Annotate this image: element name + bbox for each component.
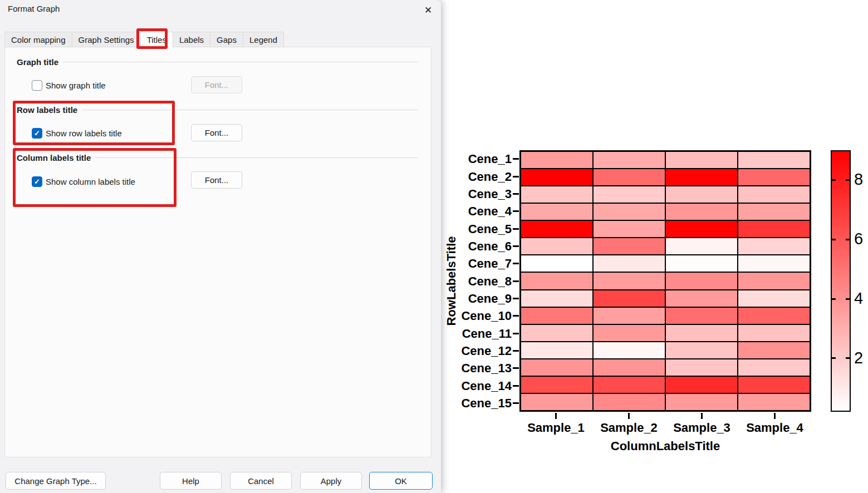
heatmap-cell (665, 186, 738, 203)
graph-title-font-button[interactable]: Font... (191, 76, 242, 93)
heatmap-cell (593, 186, 665, 203)
heatmap-cell (593, 272, 665, 289)
row-tick-mark (513, 402, 519, 404)
heatmap-cell (593, 307, 665, 324)
heatmap-cell (738, 342, 810, 359)
colorbar-tick-label: 6 (854, 230, 868, 248)
row-tick-mark (513, 158, 519, 160)
heatmap-row-label: Cene_13 (423, 359, 512, 377)
colorbar-tick-label: 8 (854, 170, 868, 189)
row-tick-mark (513, 176, 519, 178)
row-tick-mark (513, 228, 519, 230)
heatmap-column-label: Sample_1 (517, 421, 595, 435)
heatmap-cell (738, 238, 810, 255)
column-labels-font-button[interactable]: Font... (191, 171, 242, 189)
heatmap-cell (665, 151, 738, 169)
heatmap-cell (521, 290, 593, 307)
heatmap-cell (665, 393, 738, 411)
tab-gaps[interactable]: Gaps (210, 32, 243, 47)
row-tick-mark (513, 333, 519, 334)
heatmap-row-label: Cene_14 (423, 377, 512, 395)
change-graph-type-button[interactable]: Change Graph Type... (6, 472, 106, 490)
heatmap-column-label: Sample_2 (590, 421, 668, 435)
apply-button[interactable]: Apply (300, 472, 362, 490)
show-column-labels-title-checkbox[interactable]: ✓ (32, 176, 42, 187)
colorbar-tick-right (846, 357, 851, 359)
heatmap-cell (521, 376, 593, 393)
heatmap-row-label: Cene_4 (423, 203, 512, 220)
heatmap-cell (521, 359, 593, 376)
heatmap-cell (738, 186, 810, 203)
heatmap-cell (593, 220, 665, 238)
tab-legend[interactable]: Legend (243, 32, 284, 47)
row-tick-mark (513, 350, 519, 352)
ok-button[interactable]: OK (369, 472, 433, 490)
show-graph-title-checkbox[interactable] (32, 80, 42, 91)
row-tick-mark (513, 280, 519, 282)
heatmap-cell (521, 238, 593, 255)
heatmap-cell (521, 186, 593, 203)
heatmap-cell (593, 151, 665, 169)
heatmap-cell (593, 359, 665, 376)
heatmap-row-label: Cene_5 (423, 220, 512, 238)
heatmap-cell (738, 324, 810, 342)
heatmap-cell (665, 342, 738, 359)
colorbar-tick-right (846, 239, 851, 240)
section-header-column-labels-title: Column labels title (17, 153, 418, 162)
heatmap-cell (738, 220, 810, 238)
heatmap-column-label: Sample_3 (663, 421, 741, 435)
help-button[interactable]: Help (160, 472, 222, 490)
tab-strip: Color mappingGraph SettingsTitlesLabelsG… (4, 32, 284, 47)
heatmap-cell (665, 359, 738, 376)
heatmap-cell (665, 169, 738, 186)
tab-titles[interactable]: Titles (140, 32, 173, 47)
colorbar-tick-label: 2 (854, 349, 868, 367)
row-tick-mark (513, 193, 519, 195)
tab-graph-settings[interactable]: Graph Settings (72, 32, 140, 47)
heatmap-row-label: Cene_12 (423, 342, 512, 359)
heatmap-cell (665, 376, 738, 393)
heatmap-row-label: Cene_11 (423, 325, 512, 342)
column-tick-mark (701, 413, 703, 419)
heatmap-cell (738, 290, 810, 307)
heatmap-row-label: Cene_1 (423, 150, 512, 167)
heatmap-row-label: Cene_8 (423, 273, 512, 290)
row-tick-mark (513, 367, 519, 369)
heatmap-row-label: Cene_9 (423, 290, 512, 307)
heatmap-cell (738, 359, 810, 376)
heatmap-cell (665, 324, 738, 342)
tab-labels[interactable]: Labels (173, 32, 210, 47)
heatmap-cell (521, 255, 593, 272)
colorbar-tick-right (846, 179, 851, 181)
heatmap-cell (593, 376, 665, 393)
heatmap-cell (593, 393, 665, 411)
show-row-labels-title-checkbox[interactable]: ✓ (32, 128, 42, 139)
row-labels-font-button[interactable]: Font... (191, 124, 242, 141)
section-header-row-labels-title: Row labels title (17, 105, 418, 115)
row-tick-mark (513, 298, 519, 299)
heatmap-row-label: Cene_2 (423, 168, 512, 185)
heatmap-cell (593, 238, 665, 255)
heatmap-cell (521, 151, 593, 169)
row-tick-mark (513, 263, 519, 264)
heatmap-cell (593, 169, 665, 186)
heatmap-row-label: Cene_15 (423, 395, 512, 412)
close-icon[interactable]: ✕ (418, 1, 439, 19)
heatmap-cell (521, 342, 593, 359)
column-tick-mark (774, 413, 776, 419)
heatmap-column-label: Sample_4 (736, 421, 814, 435)
heatmap-cell (593, 324, 665, 342)
heatmap-cell (521, 220, 593, 238)
tab-color-mapping[interactable]: Color mapping (4, 32, 72, 47)
heatmap-cell (665, 290, 738, 307)
format-graph-dialog: Format Graph ✕ Color mappingGraph Settin… (0, 0, 441, 493)
colorbar-tick-right (846, 298, 851, 300)
section-header-graph-title: Graph title (17, 57, 418, 67)
colorbar-tick-left (831, 239, 836, 240)
heatmap-cell (738, 393, 810, 411)
row-tick-mark (513, 315, 519, 317)
heatmap-cell (593, 203, 665, 220)
heatmap-row-label: Cene_6 (423, 238, 512, 255)
heatmap-row-label: Cene_7 (423, 255, 512, 272)
cancel-button[interactable]: Cancel (230, 472, 292, 490)
